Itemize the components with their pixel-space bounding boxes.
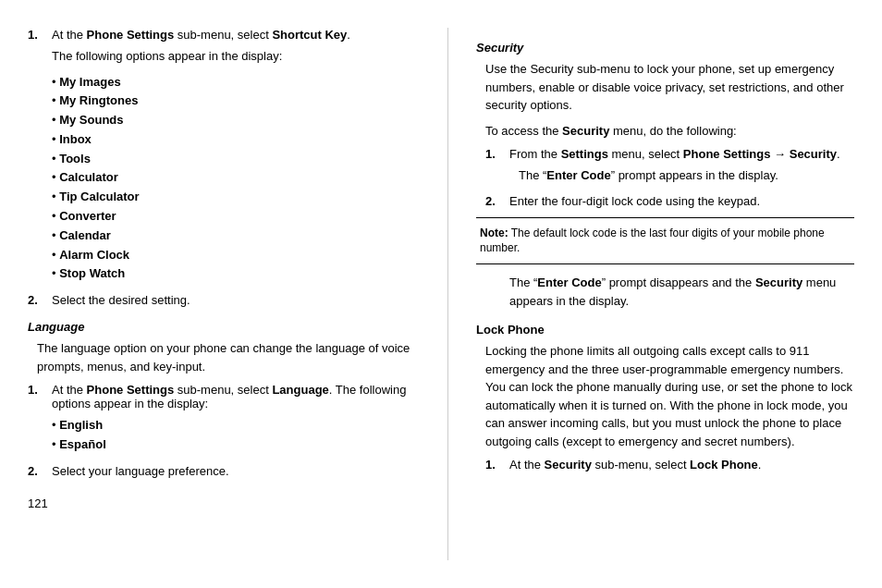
step1-shortcut-key: Shortcut Key: [272, 28, 347, 42]
language-section-heading: Language: [28, 320, 420, 334]
step1-number: 1.: [28, 28, 46, 42]
list-item-label: My Images: [59, 75, 120, 89]
sec-after-text: The “Enter Code” prompt disappears and t…: [509, 274, 854, 310]
lang-step2-text: Select your language preference.: [52, 464, 420, 478]
lock-phone-label: Lock Phone: [690, 458, 758, 472]
lock-phone-heading: Lock Phone: [476, 323, 854, 337]
lang-step1-block: 1. At the Phone Settings sub-menu, selec…: [28, 383, 420, 455]
sec-step1-block: 1. From the Settings menu, select Phone …: [476, 147, 854, 185]
list-item: Calculator: [52, 168, 420, 188]
lock-step1-block: 1. At the Security sub-menu, select Lock…: [485, 458, 854, 472]
security-section-heading: Security: [476, 41, 854, 55]
lock-step1-number: 1.: [485, 458, 504, 472]
list-item: Inbox: [52, 130, 420, 150]
security-label: Security: [790, 147, 837, 161]
list-item: My Ringtones: [52, 92, 420, 111]
sec-step2-block: 2. Enter the four-digit lock code using …: [485, 194, 854, 208]
list-item: Stop Watch: [52, 264, 420, 284]
sec-step1-numbered: 1. From the Settings menu, select Phone …: [485, 147, 854, 161]
step1-numbered: 1. At the Phone Settings sub-menu, selec…: [28, 28, 420, 42]
lang-step2-block: 2. Select your language preference.: [28, 464, 420, 478]
left-column: 1. At the Phone Settings sub-menu, selec…: [28, 28, 420, 560]
sec-step2-text: Enter the four-digit lock code using the…: [509, 194, 854, 208]
step1-subtext: The following options appear in the disp…: [52, 47, 420, 66]
settings-label: Settings: [561, 147, 608, 161]
list-item-label: Español: [59, 437, 106, 451]
sec-step2-number: 2.: [485, 194, 504, 208]
list-item-label: My Sounds: [59, 113, 123, 127]
list-item-label: My Ringtones: [59, 93, 138, 107]
list-item: Tip Calculator: [52, 188, 420, 207]
step2-block: 2. Select the desired setting.: [28, 293, 420, 307]
lang-step1-number: 1.: [28, 383, 46, 410]
lang-step1-numbered: 1. At the Phone Settings sub-menu, selec…: [28, 383, 420, 410]
security-submenu-label: Security: [545, 458, 592, 472]
list-item: Alarm Clock: [52, 246, 420, 265]
list-item-label: Converter: [59, 209, 116, 223]
sec-step1-subtext: The “Enter Code” prompt appears in the d…: [519, 166, 854, 185]
list-item: English: [52, 416, 420, 435]
list-item-label: Calendar: [59, 228, 111, 242]
list-item-label: Tip Calculator: [59, 190, 139, 203]
page-container: 1. At the Phone Settings sub-menu, selec…: [0, 0, 882, 588]
enter-code-label: Enter Code: [546, 168, 610, 182]
list-item: Converter: [52, 207, 420, 227]
arrow-symbol: →: [770, 147, 789, 161]
note-box: Note: The default lock code is the last …: [476, 217, 854, 265]
security-menu-label: Security: [562, 124, 609, 138]
lang-language: Language: [272, 383, 328, 397]
enter-code-label2: Enter Code: [537, 276, 601, 289]
lang-step2-number: 2.: [28, 464, 46, 478]
list-item: My Images: [52, 73, 420, 92]
security-para: Use the Security sub-menu to lock your p…: [485, 60, 854, 115]
step1-block: 1. At the Phone Settings sub-menu, selec…: [28, 28, 420, 284]
phone-settings-label: Phone Settings: [683, 147, 771, 161]
step2-number: 2.: [28, 293, 46, 307]
lang-phone-settings: Phone Settings: [87, 383, 175, 397]
list-item: Tools: [52, 150, 420, 169]
list-item-label: Calculator: [59, 170, 118, 184]
language-para: The language option on your phone can ch…: [37, 339, 420, 375]
step1-phone-settings: Phone Settings: [87, 28, 175, 42]
step2-text: Select the desired setting.: [52, 293, 420, 307]
list-item-label: Stop Watch: [59, 266, 125, 280]
lang-step1-text: At the Phone Settings sub-menu, select L…: [52, 383, 420, 410]
language-options: English Español: [52, 416, 420, 455]
right-column: Security Use the Security sub-menu to lo…: [447, 28, 854, 560]
lock-phone-para: Locking the phone limits all outgoing ca…: [485, 342, 854, 450]
security-access-text: To access the Security menu, do the foll…: [485, 122, 854, 141]
list-item-label: Inbox: [59, 132, 92, 146]
list-item-label: Tools: [59, 152, 91, 165]
list-item: Calendar: [52, 227, 420, 246]
note-text: The default lock code is the last four d…: [480, 227, 825, 255]
sec-step1-text: From the Settings menu, select Phone Set…: [509, 147, 854, 161]
lock-step1-text: At the Security sub-menu, select Lock Ph…: [509, 458, 854, 472]
list-item: My Sounds: [52, 111, 420, 130]
list-item: Español: [52, 435, 420, 455]
shortcut-key-options: My Images My Ringtones My Sounds Inbox T…: [52, 73, 420, 285]
list-item-label: English: [59, 418, 103, 432]
sec-step1-number: 1.: [485, 147, 504, 161]
list-item-label: Alarm Clock: [59, 248, 129, 262]
security-label2: Security: [755, 276, 802, 289]
note-label: Note:: [480, 227, 508, 239]
page-number: 121: [28, 496, 420, 510]
step1-text: At the Phone Settings sub-menu, select S…: [52, 28, 420, 42]
